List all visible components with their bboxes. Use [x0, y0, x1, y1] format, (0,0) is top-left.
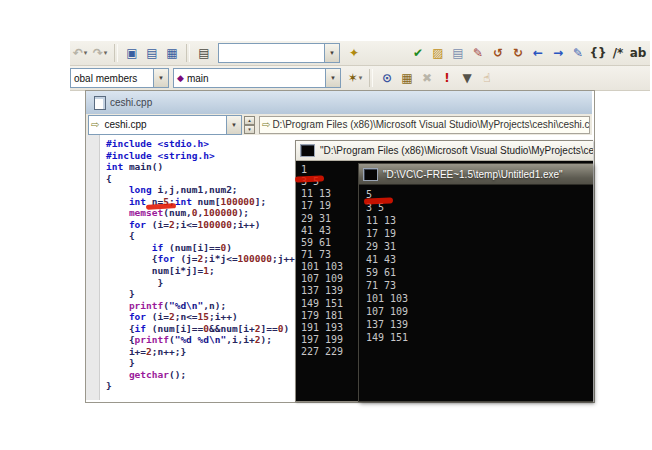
file-spinner[interactable]: ▴ ▾ [244, 116, 255, 134]
file-combobox-value: ceshi.cpp [101, 119, 226, 130]
console-cfree-title-text: "D:\VC\C-FREE~1.5\temp\Untitled1.exe" [383, 169, 563, 180]
find-next-group: ✦ [344, 44, 364, 62]
tab-label: ceshi.cpp [110, 97, 152, 108]
go-icon[interactable]: ▼ [458, 69, 476, 87]
goto-arrow-icon: ⇨ [260, 119, 272, 130]
document-icon [94, 96, 106, 110]
scope-combobox-value: obal members [71, 73, 153, 84]
window-icons-group: ▣▤▦ [122, 44, 182, 62]
console-line: 5 [366, 188, 593, 201]
chevron-down-icon[interactable]: ▾ [359, 69, 363, 87]
find-symbol-icon[interactable]: ▤ [195, 44, 213, 62]
split-window-icon[interactable]: ▤ [143, 44, 161, 62]
build-icons-group: ⊙▦✖!▼☝ [377, 69, 497, 87]
search-combobox[interactable]: ▼ [218, 43, 340, 63]
chevron-down-icon: ▼ [158, 75, 164, 81]
chevron-down-icon[interactable]: ▾ [104, 44, 108, 62]
symbol-combobox-value: main [184, 73, 325, 84]
undo-redo-group: ↶▾↷▾ [70, 44, 110, 62]
execute-program-icon[interactable]: ! [438, 69, 456, 87]
symbol-combobox[interactable]: ◆ main ▼ [173, 68, 341, 88]
toolbar-separator [114, 44, 118, 62]
undo-navigation-icon[interactable]: ↺ [489, 44, 507, 62]
console-window-cfree: "D:\VC\C-FREE~1.5\temp\Untitled1.exe" 53… [358, 163, 593, 402]
console-icon [363, 168, 378, 181]
wizard-build-toolbar: obal members ▼ ◆ main ▼ ✶▾ ⊙▦✖!▼☝ [70, 66, 650, 91]
console-line: 59 61 [366, 266, 593, 279]
console-icon [300, 144, 315, 157]
console-vs-title-text: "D:\Program Files (x86)\Microsoft Visual… [320, 145, 593, 156]
stop-build-icon[interactable]: ✖ [418, 69, 436, 87]
redo-navigation-icon[interactable]: ↻ [509, 44, 527, 62]
console-line: 101 103 [366, 292, 593, 305]
compile-icon[interactable]: ⊙ [378, 69, 396, 87]
file-path-text: D:\Program Files (x86)\Microsoft Visual … [272, 119, 590, 130]
chevron-down-icon: ▼ [330, 75, 336, 81]
scope-combobox-dropdown[interactable]: ▼ [153, 69, 168, 87]
console-line: 17 19 [366, 227, 593, 240]
edit-page-icon[interactable]: ✎ [569, 44, 587, 62]
comment-icon[interactable]: /* [609, 44, 627, 62]
console-line: 29 31 [366, 240, 593, 253]
scope-combobox[interactable]: obal members ▼ [70, 68, 169, 88]
member-diamond-icon: ◆ [177, 73, 184, 83]
console-line: 149 151 [366, 331, 593, 344]
red-underline-back-console-first-line [295, 175, 324, 182]
cascade-windows-icon[interactable]: ▦ [163, 44, 181, 62]
console-cfree-output: 53 511 1317 1929 3141 4359 6171 73101 10… [359, 185, 593, 401]
standard-toolbar: ↶▾↷▾ ▣▤▦ ▤ ▼ ✦ ✔▨▤✎↺↻←→✎{}/*ab [70, 41, 650, 66]
new-window-icon[interactable]: ▣ [123, 44, 141, 62]
search-combobox-dropdown[interactable]: ▼ [324, 44, 339, 62]
ide-screenshot: ↶▾↷▾ ▣▤▦ ▤ ▼ ✦ ✔▨▤✎↺↻←→✎{}/*ab obal memb… [0, 0, 652, 450]
braces-icon[interactable]: {} [589, 44, 607, 62]
file-path-bar: ⇨ D:\Program Files (x86)\Microsoft Visua… [259, 116, 590, 134]
copy-document-icon[interactable]: ▤ [449, 44, 467, 62]
redo-icon[interactable]: ↷▾ [91, 44, 109, 62]
undo-icon[interactable]: ↶▾ [71, 44, 89, 62]
console-line: 137 139 [366, 318, 593, 331]
tab-ceshi-cpp[interactable]: ceshi.cpp [94, 96, 152, 110]
console-line: 11 13 [366, 214, 593, 227]
file-combobox-dropdown[interactable]: ▼ [226, 116, 241, 134]
find-in-files-icon[interactable]: ✦ [345, 44, 363, 62]
file-combobox[interactable]: ⇨ ceshi.cpp ▼ [88, 115, 242, 135]
navigate-back-icon[interactable]: ← [529, 44, 547, 62]
wizard-actions-icon[interactable]: ✶▾ [346, 69, 364, 87]
assist-icons-group: ✔▨▤✎↺↻←→✎{}/*ab [408, 44, 648, 62]
console-line: 41 43 [366, 253, 593, 266]
breakpoint-hand-icon[interactable]: ☝ [478, 69, 496, 87]
file-tab-band: ceshi.cpp [86, 91, 592, 114]
goto-arrow-icon: ⇨ [89, 119, 101, 130]
check-document-icon[interactable]: ✔ [409, 44, 427, 62]
edit-document-icon[interactable]: ✎ [469, 44, 487, 62]
navigate-forward-icon[interactable]: → [549, 44, 567, 62]
toolbar-separator [369, 69, 373, 87]
spin-down-icon[interactable]: ▾ [244, 125, 255, 134]
console-line: 3 5 [366, 201, 593, 214]
chevron-down-icon[interactable]: ▾ [84, 44, 88, 62]
console-cfree-titlebar[interactable]: "D:\VC\C-FREE~1.5\temp\Untitled1.exe" [359, 164, 593, 185]
wizard-group: ✶▾ [345, 69, 365, 87]
build-icon[interactable]: ▦ [398, 69, 416, 87]
chevron-down-icon: ▼ [231, 122, 237, 128]
find-icons-group: ▤ [194, 44, 214, 62]
spin-up-icon[interactable]: ▴ [244, 116, 255, 125]
console-vs-titlebar[interactable]: "D:\Program Files (x86)\Microsoft Visual… [296, 141, 593, 161]
console-line: 107 109 [366, 305, 593, 318]
symbol-combobox-dropdown[interactable]: ▼ [325, 69, 340, 87]
file-path-row: ⇨ ceshi.cpp ▼ ▴ ▾ ⇨ D:\Program Files (x8… [86, 114, 592, 136]
chevron-down-icon: ▼ [329, 50, 335, 56]
rename-symbol-icon[interactable]: ab [629, 44, 647, 62]
console-line: 71 73 [366, 279, 593, 292]
editor-gutter [86, 135, 100, 400]
open-folder-icon[interactable]: ▨ [429, 44, 447, 62]
toolbar-separator [186, 44, 190, 62]
